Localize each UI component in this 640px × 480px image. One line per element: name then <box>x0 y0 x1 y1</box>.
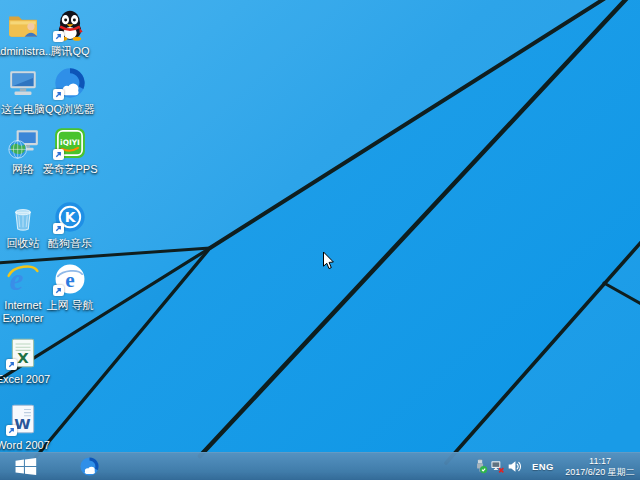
shortcut-arrow-icon <box>53 223 64 234</box>
taskbar-clock[interactable]: 11:17 2017/6/20 星期二 <box>563 456 637 478</box>
network-icon <box>6 126 40 160</box>
desktop-icon-grid: Administra... 腾讯QQ 这台电脑 <box>0 0 640 480</box>
desktop-icon-label: 爱奇艺PPS <box>40 163 100 176</box>
desktop-icon-qq-browser[interactable]: QQ浏览器 <box>40 66 100 116</box>
desktop-icon-label: 上网 导航 <box>40 299 100 312</box>
clock-date: 2017/6/20 星期二 <box>563 467 637 478</box>
start-button[interactable] <box>13 457 39 477</box>
svg-text:X: X <box>17 349 29 367</box>
usb-safely-remove-icon[interactable] <box>473 459 488 474</box>
desktop-screen[interactable]: Administra... 腾讯QQ 这台电脑 <box>0 0 640 480</box>
desktop-icon-tencent-qq[interactable]: 腾讯QQ <box>40 8 100 58</box>
shortcut-arrow-icon <box>53 89 64 100</box>
svg-text:K: K <box>65 209 77 225</box>
nav-e-icon: e <box>53 262 87 296</box>
taskbar-pinned-apps <box>77 454 102 479</box>
desktop-icon-label: Excel 2007 <box>0 373 53 386</box>
desktop-icon-web-navigation[interactable]: e 上网 导航 <box>40 262 100 312</box>
shortcut-arrow-icon <box>53 285 64 296</box>
shortcut-arrow-icon <box>53 149 64 160</box>
network-disconnected-icon[interactable] <box>490 459 505 474</box>
qq-browser-icon <box>53 66 87 100</box>
desktop-icon-label: QQ浏览器 <box>40 103 100 116</box>
shortcut-arrow-icon <box>53 31 64 42</box>
system-tray: ENG 11:17 2017/6/20 星期二 <box>473 456 640 478</box>
desktop-icon-label: 腾讯QQ <box>40 45 100 58</box>
desktop-icon-iqiyi-pps[interactable]: iQIYI 爱奇艺PPS <box>40 126 100 176</box>
word-icon: W <box>6 402 40 436</box>
taskbar: ENG 11:17 2017/6/20 星期二 <box>0 452 640 480</box>
recycle-bin-icon <box>6 200 40 234</box>
desktop-icon-word-2007[interactable]: W Word 2007 <box>0 402 53 452</box>
admin-folder-icon <box>6 8 40 42</box>
desktop-icon-label: 酷狗音乐 <box>40 237 100 250</box>
clock-time: 11:17 <box>563 456 637 467</box>
language-indicator[interactable]: ENG <box>532 461 554 472</box>
taskbar-pinned-qq-browser[interactable] <box>77 454 102 479</box>
shortcut-arrow-icon <box>6 359 17 370</box>
iqiyi-icon: iQIYI <box>53 126 87 160</box>
this-pc-icon <box>6 66 40 100</box>
desktop-icon-kugou-music[interactable]: K 酷狗音乐 <box>40 200 100 250</box>
excel-icon: X <box>6 336 40 370</box>
qq-penguin-icon <box>53 8 87 42</box>
svg-text:iQIYI: iQIYI <box>60 138 80 147</box>
desktop-icon-label: Word 2007 <box>0 439 53 452</box>
desktop-icon-excel-2007[interactable]: X Excel 2007 <box>0 336 53 386</box>
kugou-icon: K <box>53 200 87 234</box>
shortcut-arrow-icon <box>6 425 17 436</box>
windows-logo-icon <box>15 458 37 475</box>
ie-icon: e <box>6 262 40 296</box>
volume-icon[interactable] <box>507 459 522 474</box>
